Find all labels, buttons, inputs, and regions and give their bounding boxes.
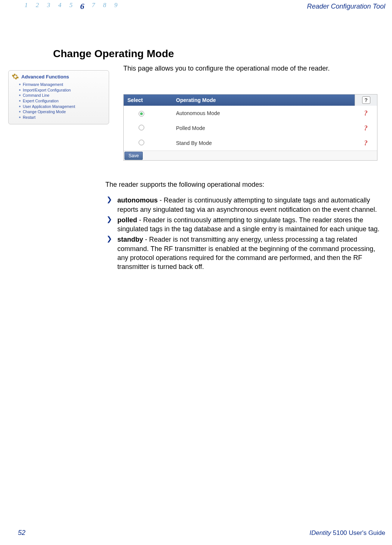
help-link-polled[interactable]: ? [355,124,377,132]
mode-desc-autonomous: ❯ autonomous - Reader is continuously at… [105,196,381,214]
modes-intro: The reader supports the following operat… [105,180,381,189]
mode-row-autonomous: Autonomous Mode ? [124,106,377,121]
mode-label: Stand By Mode [172,140,355,146]
help-icon[interactable]: ? [362,96,370,104]
sidebar-advanced-functions: Advanced Functions Firmware Management I… [8,70,109,124]
mode-row-polled: Polled Mode ? [124,121,377,136]
chevron-icon: ❯ [105,216,113,234]
mode-label: Autonomous Mode [172,110,355,116]
gear-icon [12,73,19,80]
radio-polled[interactable] [139,125,144,130]
page-title: Change Operating Mode [53,48,174,60]
chevron-icon: ❯ [105,196,113,214]
chapter-tab-1[interactable]: 1 [22,1,30,11]
mode-label: Polled Mode [172,125,355,131]
intro-text: This page allows you to configure the op… [123,64,381,73]
header-title: Reader Configuration Tool [307,3,385,10]
save-button[interactable]: Save [124,152,143,160]
mode-desc-polled: ❯ polled - Reader is continuously attemp… [105,216,381,234]
chapter-tab-2[interactable]: 2 [34,1,41,11]
chapter-tab-7[interactable]: 7 [90,1,97,11]
sidebar-item-expert-configuration[interactable]: Expert Configuration [23,98,106,104]
sidebar-title: Advanced Functions [21,74,69,80]
chapter-tab-4[interactable]: 4 [56,1,64,11]
chapter-tab-5[interactable]: 5 [67,1,75,11]
sidebar-item-firmware-management[interactable]: Firmware Management [23,82,106,87]
operating-mode-table: Select Operating Mode ? Autonomous Mode … [123,94,377,161]
sidebar-item-restart[interactable]: Restart [23,115,106,120]
footer-guide-title: IDentity 5100 User's Guide [309,529,385,537]
col-header-operating-mode: Operating Mode [172,97,355,103]
help-link-autonomous[interactable]: ? [355,109,377,117]
sidebar-item-command-line[interactable]: Command Line [23,93,106,98]
chapter-tabs: 1 2 3 4 5 6 7 8 9 [22,1,120,11]
page-footer: 52 IDentity 5100 User's Guide [0,529,392,537]
radio-standby[interactable] [139,140,144,145]
col-header-help: ? [355,95,377,106]
sidebar-item-change-operating-mode[interactable]: Change Operating Mode [23,109,106,115]
chapter-tab-6[interactable]: 6 [78,1,86,11]
chapter-tab-8[interactable]: 8 [101,1,108,11]
body-text: The reader supports the following operat… [105,180,381,273]
col-header-select: Select [124,97,172,103]
chapter-tab-9[interactable]: 9 [112,1,120,11]
page-header: 1 2 3 4 5 6 7 8 9 Reader Configuration T… [0,1,392,11]
sidebar-item-user-application-management[interactable]: User Application Management [23,104,106,109]
mode-desc-standby: ❯ standby - Reader is not transmitting a… [105,235,381,271]
mode-row-standby: Stand By Mode ? [124,136,377,151]
table-header: Select Operating Mode ? [124,95,377,106]
chapter-tab-3[interactable]: 3 [45,1,52,11]
sidebar-item-import-export-configuration[interactable]: Import/Export Configuration [23,87,106,93]
save-row: Save [124,151,377,160]
radio-autonomous[interactable] [139,111,144,117]
page-number: 52 [18,529,25,537]
help-link-standby[interactable]: ? [355,139,377,147]
chevron-icon: ❯ [105,235,113,271]
